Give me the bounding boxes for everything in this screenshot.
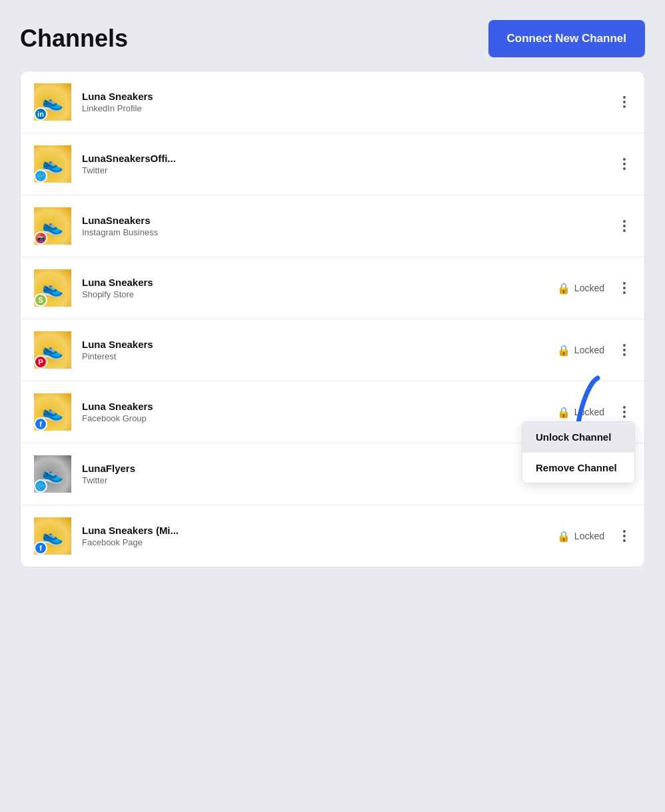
channel-dropdown-menu: Unlock ChannelRemove Channel — [522, 421, 635, 483]
channels-list: 👟inLuna SneakersLinkedIn Profile👟🐦LunaSn… — [20, 71, 645, 567]
channel-name: LunaSneakersOffi... — [82, 153, 618, 164]
channel-info: Luna SneakersLinkedIn Profile — [82, 91, 618, 113]
twitter-badge-icon: 🐦 — [34, 169, 47, 183]
channel-row: 👟SLuna SneakersShopify Store🔒Locked — [21, 257, 644, 319]
avatar: 👟f — [34, 517, 71, 555]
lock-label: Locked — [574, 407, 604, 417]
channel-info: Luna SneakersPinterest — [82, 339, 557, 361]
channel-name: Luna Sneakers — [82, 339, 557, 350]
channel-info: Luna SneakersFacebook Group — [82, 401, 557, 423]
lock-label: Locked — [574, 283, 604, 293]
facebook-badge-icon: f — [34, 541, 47, 555]
avatar: 👟f — [34, 393, 71, 431]
channel-row: 👟📷LunaSneakersInstagram Business — [21, 195, 644, 257]
channel-type: Twitter — [82, 165, 618, 175]
channel-type: Shopify Store — [82, 289, 557, 299]
avatar: 👟P — [34, 331, 71, 369]
channel-row: 👟fLuna SneakersFacebook Group🔒Locked Unl… — [21, 381, 644, 443]
channel-type: Pinterest — [82, 351, 557, 361]
channel-row: 👟fLuna Sneakers (Mi...Facebook Page🔒Lock… — [21, 505, 644, 567]
more-options-button[interactable] — [618, 527, 631, 545]
remove-channel-button[interactable]: Remove Channel — [522, 453, 634, 483]
page-title: Channels — [20, 25, 128, 53]
unlock-channel-button[interactable]: Unlock Channel — [522, 422, 634, 452]
more-options-button[interactable] — [618, 93, 631, 111]
facebook-badge-icon: f — [34, 417, 47, 431]
page-header: Channels Connect New Channel — [20, 20, 645, 57]
lock-badge: 🔒Locked — [557, 282, 604, 295]
channel-info: LunaSneakersOffi...Twitter — [82, 153, 618, 175]
channel-row: 👟PLuna SneakersPinterest🔒Locked — [21, 319, 644, 381]
avatar: 👟S — [34, 269, 71, 307]
more-options-button[interactable] — [618, 403, 631, 421]
more-options-button[interactable] — [618, 279, 631, 297]
lock-badge: 🔒Locked — [557, 406, 604, 419]
twitter-badge-icon: 🐦 — [34, 479, 47, 493]
lock-icon: 🔒 — [557, 344, 570, 357]
lock-label: Locked — [574, 345, 604, 355]
channel-type: Facebook Group — [82, 413, 557, 423]
channel-info: Luna SneakersShopify Store — [82, 277, 557, 299]
avatar: 👟📷 — [34, 207, 71, 245]
channel-name: Luna Sneakers — [82, 91, 618, 102]
more-options-button[interactable] — [618, 217, 631, 235]
channel-name: LunaSneakers — [82, 215, 618, 226]
channel-type: Facebook Page — [82, 537, 557, 547]
channel-info: Luna Sneakers (Mi...Facebook Page — [82, 525, 557, 547]
channel-name: LunaFlyers — [82, 463, 557, 474]
linkedin-badge-icon: in — [34, 107, 47, 121]
channel-name: Luna Sneakers — [82, 401, 557, 412]
channel-type: LinkedIn Profile — [82, 103, 618, 113]
lock-icon: 🔒 — [557, 406, 570, 419]
channel-row: 👟🐦LunaSneakersOffi...Twitter — [21, 133, 644, 195]
channel-type: Instagram Business — [82, 227, 618, 237]
lock-badge: 🔒Locked — [557, 530, 604, 543]
pinterest-badge-icon: P — [34, 355, 47, 369]
connect-new-channel-button[interactable]: Connect New Channel — [488, 20, 645, 57]
channel-type: Twitter — [82, 475, 557, 485]
shopify-badge-icon: S — [34, 293, 47, 307]
lock-badge: 🔒Locked — [557, 344, 604, 357]
instagram-badge-icon: 📷 — [34, 231, 47, 245]
channel-name: Luna Sneakers — [82, 277, 557, 288]
lock-icon: 🔒 — [557, 282, 570, 295]
channel-info: LunaSneakersInstagram Business — [82, 215, 618, 237]
avatar: 👟🐦 — [34, 455, 71, 493]
more-options-button[interactable] — [618, 341, 631, 359]
avatar: 👟🐦 — [34, 145, 71, 183]
channel-row: 👟inLuna SneakersLinkedIn Profile — [21, 71, 644, 133]
lock-label: Locked — [574, 531, 604, 541]
channel-name: Luna Sneakers (Mi... — [82, 525, 557, 536]
avatar: 👟in — [34, 83, 71, 121]
more-options-button[interactable] — [618, 155, 631, 173]
lock-icon: 🔒 — [557, 530, 570, 543]
channel-info: LunaFlyersTwitter — [82, 463, 557, 485]
